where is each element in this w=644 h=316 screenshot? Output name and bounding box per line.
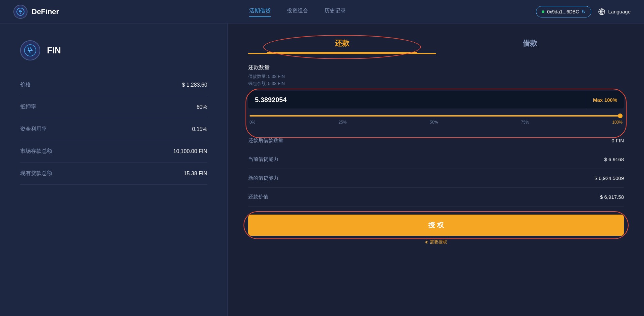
info-row-collateral: 抵押率 60% — [20, 96, 207, 118]
price-value: $ 1,283.60 — [182, 82, 207, 88]
main-content: FIN 价格 $ 1,283.60 抵押率 60% 资金利用率 0.15% 市场… — [0, 24, 644, 316]
remaining-borrow-value: 0 FIN — [611, 138, 624, 143]
utilization-label: 资金利用率 — [20, 126, 47, 133]
wallet-refresh-icon[interactable]: ↻ — [582, 9, 586, 14]
borrow-amount-sub: 借款数量: 5.38 FIN — [248, 73, 624, 80]
amount-slider[interactable] — [250, 115, 623, 117]
total-deposit-label: 市场存款总额 — [20, 148, 52, 155]
language-button[interactable]: Language — [598, 8, 631, 15]
token-name: FIN — [47, 45, 61, 56]
utilization-value: 0.15% — [192, 126, 207, 132]
wallet-address: 0x9da1...6DBC — [547, 9, 579, 14]
info-row-total-deposit: 市场存款总额 10,100.00 FIN — [20, 140, 207, 163]
repay-value-label: 还款价值 — [248, 194, 268, 200]
percent-100: 100% — [604, 97, 617, 103]
slider-label-0: 0% — [250, 120, 255, 125]
detail-row-repay-value: 还款价值 $ 6,917.58 — [248, 188, 624, 207]
wallet-status-dot — [542, 10, 544, 13]
globe-icon — [598, 8, 605, 15]
detail-row-current-borrow-power: 当前借贷能力 $ 6.9168 — [248, 150, 624, 169]
input-oval-wrapper: Max 100% 0% 25% 50% 75% 100% — [248, 91, 624, 125]
new-borrow-power-value: $ 6,924.5009 — [594, 175, 624, 181]
total-loan-label: 现有贷款总额 — [20, 170, 52, 177]
detail-row-remaining: 还款后借款数量 0 FIN — [248, 131, 624, 150]
tab-switcher: 还款 借款 — [248, 34, 624, 54]
repay-value-value: $ 6,917.58 — [600, 194, 624, 200]
token-icon — [20, 40, 40, 60]
total-loan-value: 15.38 FIN — [184, 171, 207, 177]
tab-section: 还款 借款 — [248, 34, 624, 54]
price-label: 价格 — [20, 81, 31, 88]
amount-input[interactable] — [255, 96, 579, 104]
max-label[interactable]: Max — [593, 97, 603, 103]
slider-label-100: 100% — [612, 120, 623, 125]
info-row-utilization: 资金利用率 0.15% — [20, 118, 207, 140]
remaining-borrow-label: 还款后借款数量 — [248, 137, 283, 144]
total-deposit-value: 10,100.00 FIN — [173, 148, 207, 154]
slider-labels: 0% 25% 50% 75% 100% — [250, 120, 623, 125]
slider-label-50: 50% — [430, 120, 438, 125]
bottom-note-text: ⊕ 需要授权 — [425, 239, 447, 245]
wallet-badge[interactable]: 0x9da1...6DBC ↻ — [536, 6, 591, 17]
amount-input-row: Max 100% — [248, 91, 624, 108]
new-borrow-power-label: 新的借贷能力 — [248, 175, 278, 181]
left-panel: FIN 价格 $ 1,283.60 抵押率 60% 资金利用率 0.15% 市场… — [0, 24, 228, 316]
slider-label-25: 25% — [338, 120, 346, 125]
authorize-button[interactable]: 授 权 — [248, 215, 624, 236]
tab-repay[interactable]: 还款 — [248, 34, 436, 54]
token-header: FIN — [20, 40, 207, 60]
logo-icon — [13, 5, 28, 19]
nav-tabs: 活期借贷 投资组合 历史记录 — [249, 7, 346, 16]
tab-borrow[interactable]: 借款 — [436, 34, 624, 54]
logo-area: DeFiner — [13, 5, 59, 19]
bottom-note: ⊕ 需要授权 — [248, 239, 624, 245]
amount-section: 还款数量 借款数量: 5.38 FIN 钱包余额: 5.38 FIN Max 1… — [248, 64, 624, 125]
header-right: 0x9da1...6DBC ↻ Language — [536, 6, 631, 17]
language-label: Language — [608, 9, 631, 14]
current-borrow-power-label: 当前借贷能力 — [248, 156, 278, 163]
max-badge[interactable]: Max 100% — [586, 91, 624, 108]
amount-label: 还款数量 — [248, 64, 624, 71]
current-borrow-power-value: $ 6.9168 — [604, 156, 624, 162]
collateral-label: 抵押率 — [20, 103, 36, 110]
nav-tab-active-period[interactable]: 活期借贷 — [249, 7, 271, 16]
info-row-total-loan: 现有贷款总额 15.38 FIN — [20, 163, 207, 185]
slider-container: 0% 25% 50% 75% 100% — [248, 112, 624, 125]
wallet-balance-sub: 钱包余额: 5.38 FIN — [248, 80, 624, 87]
right-panel: 还款 借款 还款数量 借款数量: 5.38 FIN 钱包余额: 5.38 FIN… — [228, 24, 644, 316]
nav-tab-history[interactable]: 历史记录 — [324, 7, 346, 16]
nav-tab-portfolio[interactable]: 投资组合 — [287, 7, 308, 16]
slider-label-75: 75% — [521, 120, 529, 125]
amount-input-wrapper[interactable] — [248, 91, 586, 108]
logo-text: DeFiner — [32, 7, 59, 16]
btn-oval-wrapper: 授 权 — [248, 207, 624, 236]
amount-subtitle: 借款数量: 5.38 FIN 钱包余额: 5.38 FIN — [248, 73, 624, 87]
info-row-price: 价格 $ 1,283.60 — [20, 74, 207, 96]
collateral-value: 60% — [197, 104, 207, 110]
detail-row-new-borrow-power: 新的借贷能力 $ 6,924.5009 — [248, 169, 624, 188]
header: DeFiner 活期借贷 投资组合 历史记录 0x9da1...6DBC ↻ L… — [0, 0, 644, 24]
